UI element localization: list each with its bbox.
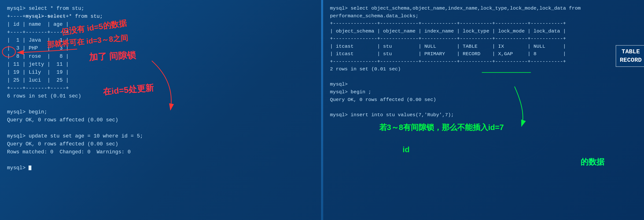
annotation-id: id bbox=[403, 145, 410, 154]
left-panel: mysql> select * from stu; mysql> select … bbox=[0, 0, 321, 220]
right-panel: mysql> select object_schema,object_name,… bbox=[323, 0, 644, 220]
annotation-cannot-insert: 若3～8有间隙锁，那么不能插入id=7 bbox=[379, 122, 504, 133]
cursor bbox=[28, 166, 31, 170]
panel-divider bbox=[321, 0, 323, 220]
right-terminal-content: mysql> select object_schema,object_name,… bbox=[330, 5, 581, 119]
table-record-label: TABLERECORD bbox=[616, 45, 644, 67]
annotation-data-suffix: 的数据 bbox=[580, 157, 604, 167]
main-layout: mysql> select * from stu; mysql> select … bbox=[0, 0, 644, 220]
left-terminal-content: mysql> select * from stu; +----+-------+… bbox=[7, 5, 143, 172]
